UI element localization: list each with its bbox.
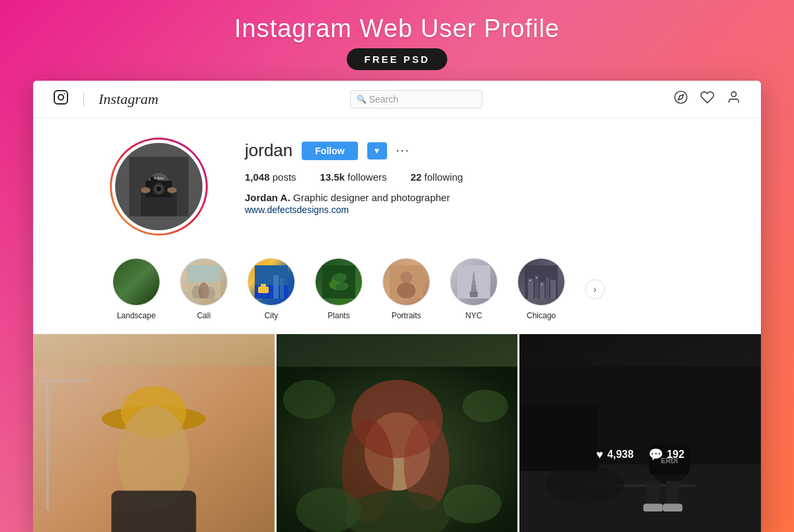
story-circle-nyc [450,258,498,306]
svg-point-5 [731,91,736,96]
follow-button[interactable]: Follow [302,142,357,160]
page-header: Instagram Web User Profile FREE PSD [234,0,560,81]
browser-window: Instagram 🔍 [33,81,761,532]
avatar: Nikon [115,143,202,230]
story-landscape[interactable]: Landscape [112,258,160,320]
profile-full-name: Jordan A. [245,192,290,203]
profile-section: Nikon jordan Follow ▼ ··· [33,118,761,251]
svg-rect-47 [529,280,531,281]
profile-username: jordan [245,140,292,161]
svg-rect-46 [551,280,556,298]
story-circle-portraits [382,258,430,306]
post-3-comments-count: 192 [667,449,685,461]
following-stat: 22 following [410,171,463,183]
followers-stat: 13.5k followers [320,171,387,183]
compass-icon[interactable] [674,90,688,109]
post-overlay-3[interactable]: ♥ 4,938 💬 192 [519,334,761,532]
story-label-chicago: Chicago [527,311,556,320]
avatar-camera-svg: Nikon [129,157,189,216]
story-circle-cali [180,258,228,306]
story-label-plants: Plants [328,311,349,320]
post-3-comments: 💬 192 [648,447,685,462]
page-title: Instagram Web User Profile [234,15,560,43]
heart-icon[interactable] [700,90,715,109]
follow-dropdown-button[interactable]: ▼ [367,142,387,159]
story-circle-chicago [517,258,565,306]
svg-marker-4 [678,95,684,100]
posts-grid: ERDI ♥ 4,938 💬 192 [33,334,761,532]
posts-count: 1,048 [245,171,270,183]
story-plants[interactable]: Plants [315,258,363,320]
svg-rect-43 [535,275,539,298]
svg-point-1 [58,95,64,100]
posts-stat: 1,048 posts [245,171,296,183]
svg-point-3 [675,91,687,103]
svg-point-2 [64,93,66,94]
story-label-landscape: Landscape [117,311,156,320]
nav-search: 🔍 [350,90,482,109]
search-input[interactable] [350,90,482,109]
stories-next-button[interactable]: › [585,279,605,299]
svg-point-15 [141,187,150,193]
avatar-wrap: Nikon [112,140,205,233]
story-label-cali: Cali [197,311,211,320]
story-circle-landscape [112,258,160,306]
posts-label: posts [273,171,296,183]
story-label-portraits: Portraits [392,311,421,320]
profile-bio-section: Jordan A. Graphic designer and photograp… [245,192,708,204]
post-item-3[interactable]: ERDI ♥ 4,938 💬 192 [519,334,761,532]
profile-bio-text: Graphic designer and photographer [293,192,450,203]
story-circle-city [247,258,295,306]
story-label-city: City [265,311,279,320]
stories-section: Landscape Cali [33,251,761,334]
profile-website[interactable]: www.defectsdesigns.com [245,204,349,215]
svg-rect-37 [470,292,478,297]
followers-label: followers [347,171,386,183]
svg-rect-21 [187,265,220,282]
story-city[interactable]: City [247,258,295,320]
profile-info: jordan Follow ▼ ··· 1,048 posts 13.5k fo… [245,140,708,216]
following-count: 22 [410,171,421,183]
svg-rect-40 [472,283,475,285]
story-circle-plants [315,258,363,306]
svg-rect-48 [536,277,537,279]
story-chicago[interactable]: Chicago [517,258,565,320]
post-3-likes-count: 4,938 [607,449,634,461]
profile-icon[interactable] [727,90,741,109]
svg-rect-0 [54,91,67,104]
svg-rect-42 [528,279,533,298]
story-cali[interactable]: Cali [180,258,228,320]
comment-icon: 💬 [648,447,663,462]
nav-icons [674,90,741,109]
svg-rect-24 [258,287,269,293]
profile-top-row: jordan Follow ▼ ··· [245,140,708,161]
svg-rect-27 [280,279,284,298]
svg-rect-26 [273,275,279,298]
story-portraits[interactable]: Portraits [382,258,430,320]
instagram-logo-icon [53,89,69,109]
nav-bar: Instagram 🔍 [33,81,761,118]
svg-text:Nikon: Nikon [154,176,164,180]
story-label-nyc: NYC [465,311,482,320]
svg-rect-25 [261,284,266,287]
svg-point-12 [156,187,161,191]
search-icon: 🔍 [357,95,367,104]
nav-logo: Instagram [53,89,158,109]
svg-rect-45 [546,277,549,298]
heart-fill-icon: ♥ [596,448,603,462]
story-nyc[interactable]: NYC [450,258,498,320]
following-label: following [424,171,463,183]
svg-rect-49 [541,284,543,285]
post-item-2[interactable] [277,334,518,532]
svg-point-34 [397,283,416,298]
post-3-likes: ♥ 4,938 [596,448,634,462]
svg-point-33 [400,271,412,283]
profile-stats: 1,048 posts 13.5k followers 22 following [245,171,708,183]
post-item-1[interactable] [33,334,275,532]
svg-rect-39 [472,279,475,281]
more-options-button[interactable]: ··· [396,144,410,157]
avatar-ring: Nikon [110,138,208,236]
nav-divider [83,92,84,107]
free-psd-badge: FREE PSD [347,48,447,70]
svg-point-16 [167,187,177,193]
